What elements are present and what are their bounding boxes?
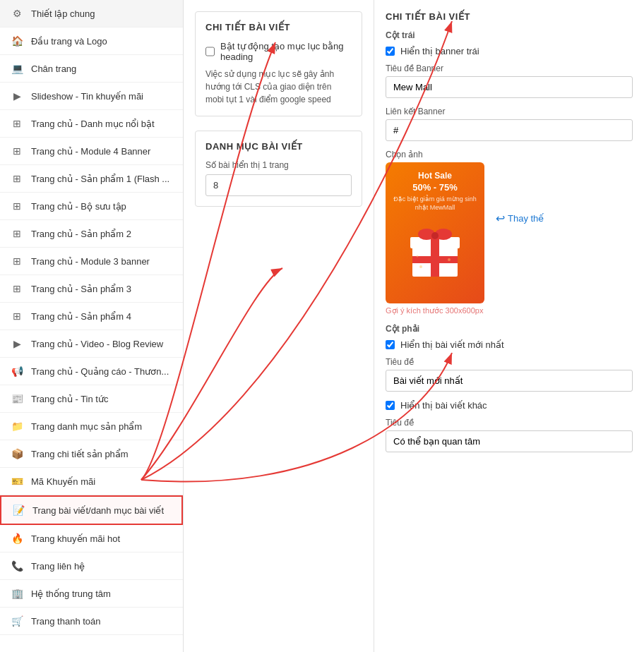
- sidebar-item-chan-trang[interactable]: 💻Chân trang: [0, 55, 183, 83]
- gear-icon: ⚙: [10, 6, 24, 20]
- so-bai-input[interactable]: [205, 174, 352, 196]
- sidebar-item-trang-chu-bosuutap[interactable]: ⊞Trang chủ - Bộ sưu tập: [0, 193, 183, 220]
- sidebar-item-trang-chu-quangcao[interactable]: 📢Trang chủ - Quảng cáo - Thươn...: [0, 358, 183, 385]
- sidebar-item-trang-danh-muc-san-pham[interactable]: 📁Trang danh mục sản phẩm: [0, 413, 183, 440]
- banner-hot-sale-text: Hot Sale: [418, 171, 452, 181]
- sidebar-label-trang-bai-viet: Trang bài viết/danh mục bài viết: [32, 505, 164, 516]
- sidebar-label-trang-chu-module4: Trang chủ - Module 4 Banner: [31, 146, 150, 157]
- sidebar-label-trang-chu-sanpham1: Trang chủ - Sản phẩm 1 (Flash ...: [31, 174, 169, 184]
- sidebar-item-trang-chu-tintuc[interactable]: 📰Trang chủ - Tin tức: [0, 385, 183, 413]
- replace-label: Thay thế: [508, 213, 544, 224]
- sidebar-label-trang-lien-he: Trang liên hệ: [31, 561, 85, 572]
- sidebar-label-trang-chu-bosuutap: Trang chủ - Bộ sưu tập: [31, 201, 126, 212]
- hien-thi-moi-nhat-label: Hiển thị bài viết mới nhất: [400, 339, 504, 350]
- sidebar-item-trang-chu-module3[interactable]: ⊞Trang chủ - Module 3 banner: [0, 248, 183, 275]
- auto-toc-checkbox[interactable]: [205, 47, 215, 56]
- lien-ket-banner-label: Liên kết Banner: [386, 107, 633, 116]
- auto-toc-row: Bật tự động tạo mục lục bằng heading: [205, 41, 352, 62]
- sidebar-item-thiet-lap-chung[interactable]: ⚙Thiết lập chung: [0, 0, 183, 28]
- grid-icon: ⊞: [10, 116, 24, 131]
- sidebar-item-trang-chu-sanpham4[interactable]: ⊞Trang chủ - Sản phẩm 4: [0, 303, 183, 330]
- tieu-de2-input[interactable]: [386, 430, 633, 452]
- tieu-de-banner-group: Tiêu đề Banner: [386, 64, 633, 98]
- tieu-de1-input[interactable]: [386, 370, 633, 392]
- middle-column: CHI TIẾT BÀI VIẾT Bật tự động tạo mục lụ…: [184, 0, 374, 652]
- so-bai-label: Số bài hiển thị 1 trang: [205, 160, 352, 170]
- support-icon: 🏢: [10, 586, 24, 600]
- sidebar-label-trang-chu-sanpham3: Trang chủ - Sản phẩm 3: [31, 284, 131, 294]
- grid-icon: ⊞: [10, 254, 24, 268]
- banner-sub-text: Đặc biệt giảm giá mừng sinh nhật MewMall: [391, 195, 479, 212]
- sidebar-item-he-thong-trung-tam[interactable]: 🏢Hệ thống trung tâm: [0, 580, 183, 608]
- sidebar-item-trang-chi-tiet-san-pham[interactable]: 📦Trang chi tiết sản phẩm: [0, 440, 183, 468]
- replace-icon: ↩: [496, 212, 505, 225]
- replace-button[interactable]: ↩ Thay thế: [496, 212, 544, 225]
- sidebar-item-trang-chu-video[interactable]: ▶Trang chủ - Video - Blog Review: [0, 330, 183, 358]
- tieu-de1-label: Tiêu đề: [386, 357, 633, 367]
- banner-discount-text: 50% - 75%: [412, 182, 458, 193]
- svg-point-10: [417, 255, 419, 258]
- sidebar-label-thiet-lap-chung: Thiết lập chung: [31, 8, 95, 19]
- tieu-de1-group: Tiêu đề: [386, 357, 633, 392]
- sidebar-item-trang-chu-sanpham2[interactable]: ⊞Trang chủ - Sản phẩm 2: [0, 220, 183, 248]
- hien-thi-khac-row: Hiển thị bài viết khác: [386, 400, 633, 411]
- sidebar-item-trang-chu-sanpham3[interactable]: ⊞Trang chủ - Sản phẩm 3: [0, 275, 183, 303]
- hien-thi-banner-checkbox[interactable]: [386, 47, 395, 56]
- danh-muc-title: DANH MỤC BÀI VIẾT: [205, 141, 352, 152]
- sidebar-label-he-thong-trung-tam: Hệ thống trung tâm: [31, 588, 111, 599]
- sidebar-item-slideshow[interactable]: ▶Slideshow - Tin khuyến mãi: [0, 83, 183, 110]
- sidebar-label-trang-chu-module3: Trang chủ - Module 3 banner: [31, 256, 150, 267]
- svg-point-9: [448, 258, 451, 261]
- sidebar-item-trang-bai-viet[interactable]: 📝Trang bài viết/danh mục bài viết: [0, 495, 183, 525]
- image-row: Hot Sale 50% - 75% Đặc biệt giảm giá mừn…: [386, 162, 633, 303]
- sidebar-item-dau-trang-logo[interactable]: 🏠Đầu trang và Logo: [0, 28, 183, 55]
- right-column: CHI TIẾT BÀI VIẾT Cột trái Hiển thị bann…: [374, 0, 644, 652]
- main-content: CHI TIẾT BÀI VIẾT Bật tự động tạo mục lụ…: [184, 0, 644, 652]
- sidebar-item-trang-lien-he[interactable]: 📞Trang liên hệ: [0, 553, 183, 580]
- sidebar-label-trang-chu-video: Trang chủ - Video - Blog Review: [31, 339, 163, 349]
- sidebar-label-trang-chi-tiet-san-pham: Trang chi tiết sản phẩm: [31, 449, 129, 459]
- grid-icon: ⊞: [10, 144, 24, 158]
- grid-icon: ⊞: [10, 309, 24, 323]
- sidebar-label-trang-chu-danh-muc: Trang chủ - Danh mục nổi bật: [31, 119, 155, 129]
- sidebar-item-trang-khuyen-mai-hot[interactable]: 🔥Trang khuyến mãi hot: [0, 525, 183, 553]
- svg-point-8: [419, 265, 422, 268]
- home-icon: 🏠: [10, 34, 24, 48]
- tieu-de2-group: Tiêu đề: [386, 418, 633, 452]
- tieu-de2-label: Tiêu đề: [386, 418, 633, 428]
- sidebar-label-dau-trang-logo: Đầu trang và Logo: [31, 36, 107, 47]
- svg-point-7: [431, 232, 439, 239]
- sidebar-label-trang-chu-tintuc: Trang chủ - Tin tức: [31, 394, 108, 404]
- lien-ket-banner-input[interactable]: [386, 119, 633, 141]
- category-icon: 📁: [10, 419, 24, 433]
- hien-thi-banner-row: Hiển thị banner trái: [386, 46, 633, 56]
- sidebar-item-trang-thanh-toan[interactable]: 🛒Trang thanh toán: [0, 608, 183, 635]
- sidebar-item-trang-chu-danh-muc[interactable]: ⊞Trang chủ - Danh mục nổi bật: [0, 110, 183, 138]
- size-hint: Gợi ý kích thước 300x600px: [386, 306, 633, 315]
- hien-thi-khac-label: Hiển thị bài viết khác: [400, 400, 487, 411]
- col-trai-label: Cột trái: [386, 30, 633, 40]
- tieu-de-banner-input[interactable]: [386, 76, 633, 98]
- sidebar-item-trang-chu-module4[interactable]: ⊞Trang chủ - Module 4 Banner: [0, 138, 183, 165]
- chon-anh-group: Chọn ảnh Hot Sale 50% - 75% Đặc biệt giả…: [386, 150, 633, 315]
- slide-icon: ▶: [10, 89, 24, 103]
- sidebar: ⚙Thiết lập chung🏠Đầu trang và Logo💻Chân …: [0, 0, 184, 652]
- page-icon: 💻: [10, 61, 24, 76]
- svg-rect-4: [412, 256, 458, 263]
- sidebar-label-trang-chu-sanpham2: Trang chủ - Sản phẩm 2: [31, 229, 131, 239]
- sidebar-item-ma-khuyen-mai[interactable]: 🎫Mã Khuyến mãi: [0, 468, 183, 495]
- sidebar-label-slideshow: Slideshow - Tin khuyến mãi: [31, 91, 143, 102]
- danh-muc-bai-viet-section: DANH MỤC BÀI VIẾT Số bài hiển thị 1 tran…: [195, 131, 362, 207]
- hien-thi-khac-checkbox[interactable]: [386, 401, 395, 410]
- news-icon: 📰: [10, 392, 24, 406]
- grid-icon: ⊞: [10, 227, 24, 241]
- right-section-title: CHI TIẾT BÀI VIẾT: [386, 11, 633, 22]
- sidebar-item-trang-chu-sanpham1[interactable]: ⊞Trang chủ - Sản phẩm 1 (Flash ...: [0, 165, 183, 193]
- tieu-de-banner-label: Tiêu đề Banner: [386, 64, 633, 73]
- warning-text: Việc sử dụng mục lục sẽ gây ảnh hướng tớ…: [205, 68, 352, 106]
- auto-toc-label: Bật tự động tạo mục lục bằng heading: [220, 41, 352, 62]
- col-phai-label: Cột phải: [386, 324, 633, 334]
- chi-tiet-title: CHI TIẾT BÀI VIẾT: [205, 22, 352, 32]
- hien-thi-moi-nhat-checkbox[interactable]: [386, 340, 395, 349]
- chi-tiet-bai-viet-section: CHI TIẾT BÀI VIẾT Bật tự động tạo mục lụ…: [195, 11, 362, 116]
